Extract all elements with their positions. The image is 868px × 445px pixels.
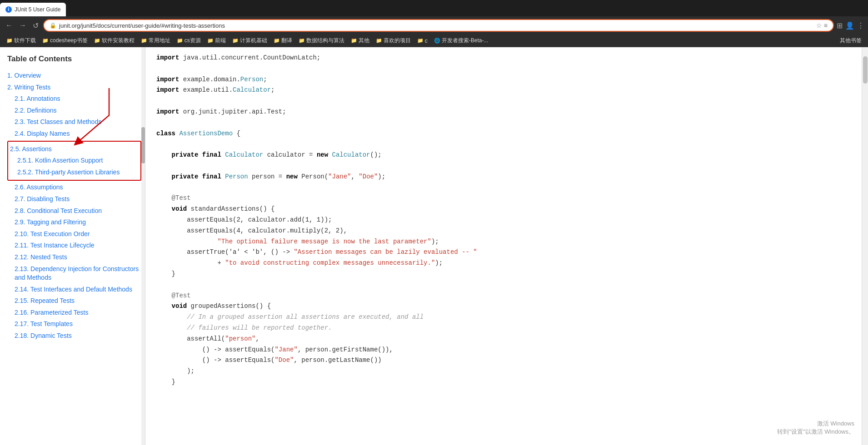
- code-line: import org.junit.jupiter.api.Test;: [156, 107, 851, 118]
- toc-item-test-classes[interactable]: 2.3. Test Classes and Methods: [7, 116, 145, 128]
- sidebar-toc: Table of Contents 1. Overview 2. Writing…: [0, 47, 145, 445]
- toolbar-right: ⊞ 👤 ⋮: [837, 21, 864, 30]
- bookmark-label: 数据结构与算法: [306, 37, 344, 44]
- folder-icon: 📁: [207, 38, 214, 44]
- address-bar-icons: ☆ ≡: [816, 22, 828, 29]
- code-line: [156, 96, 851, 107]
- code-line: private final Person person = new Person…: [156, 172, 851, 183]
- toc-item-dependency-injection[interactable]: 2.13. Dependency Injection for Construct…: [7, 263, 145, 284]
- toc-item-third-party[interactable]: 2.5.2. Third-party Assertion Libraries: [10, 167, 139, 178]
- browser-chrome: i JUnit 5 User Guide ← → ↺ 🔒 junit.org/j…: [0, 0, 868, 47]
- bookmark-label: 其他书签: [840, 37, 862, 44]
- code-line: );: [156, 366, 851, 377]
- bookmark-common[interactable]: 📁 常用地址: [138, 36, 173, 45]
- toc-item-dynamic[interactable]: 2.18. Dynamic Tests: [7, 330, 145, 342]
- tab-favicon: i: [5, 6, 12, 13]
- code-line: import java.util.concurrent.CountDownLat…: [156, 53, 851, 64]
- url-text: junit.org/junit5/docs/current/user-guide…: [59, 22, 225, 29]
- toc-title: Table of Contents: [7, 54, 145, 64]
- folder-icon: 📁: [94, 38, 100, 44]
- toc-item-interfaces[interactable]: 2.14. Test Interfaces and Default Method…: [7, 284, 145, 296]
- folder-icon: 📁: [299, 38, 305, 44]
- toc-item-parameterized[interactable]: 2.16. Parameterized Tests: [7, 307, 145, 319]
- main-content: import java.util.concurrent.CountDownLat…: [145, 47, 862, 445]
- bookmark-c[interactable]: 📁 c: [414, 37, 430, 45]
- code-line: assertTrue('a' < 'b', () -> "Assertion m…: [156, 247, 851, 258]
- folder-icon: 📁: [351, 38, 357, 44]
- code-line: () -> assertEquals("Doe", person.getLast…: [156, 355, 851, 366]
- menu-icon[interactable]: ≡: [824, 22, 828, 29]
- code-line: assertEquals(2, calculator.add(1, 1));: [156, 215, 851, 226]
- bookmark-software-download[interactable]: 📁 软件下载: [4, 36, 39, 45]
- sidebar-scrollbar[interactable]: [141, 47, 145, 445]
- toc-item-writing-tests[interactable]: 2. Writing Tests: [7, 82, 145, 94]
- right-scrollbar-thumb[interactable]: [863, 56, 868, 84]
- star-icon[interactable]: ☆: [816, 22, 822, 29]
- back-button[interactable]: ←: [4, 20, 15, 30]
- code-line: [156, 139, 851, 150]
- bookmark-translate[interactable]: 📁 翻译: [271, 36, 295, 45]
- bookmark-label: cs资源: [185, 37, 201, 44]
- toc-item-templates[interactable]: 2.17. Test Templates: [7, 318, 145, 330]
- more-icon[interactable]: ⋮: [857, 21, 864, 30]
- folder-icon: 📁: [42, 38, 49, 44]
- code-line: "The optional failure message is now the…: [156, 237, 851, 247]
- bookmark-label: 其他: [359, 37, 369, 44]
- bookmark-other[interactable]: 📁 其他: [348, 36, 372, 45]
- bookmark-frontend[interactable]: 📁 前端: [205, 36, 229, 45]
- profile-icon[interactable]: 👤: [845, 21, 854, 30]
- extensions-icon[interactable]: ⊞: [837, 21, 843, 30]
- address-bar[interactable]: 🔒 junit.org/junit5/docs/current/user-gui…: [43, 19, 834, 32]
- toc-item-repeated[interactable]: 2.15. Repeated Tests: [7, 295, 145, 307]
- code-line: // In a grouped assertion all assertions…: [156, 312, 851, 323]
- bookmarks-bar: 📁 软件下载 📁 codesheep书签 📁 软件安装教程 📁 常用地址 📁 c…: [0, 35, 868, 47]
- bookmark-install[interactable]: 📁 软件安装教程: [91, 36, 137, 45]
- forward-button[interactable]: →: [17, 20, 28, 30]
- toc-item-disabling[interactable]: 2.7. Disabling Tests: [7, 193, 145, 205]
- code-line: assertEquals(4, calculator.multiply(2, 2…: [156, 226, 851, 237]
- code-line: void groupedAssertions() {: [156, 301, 851, 312]
- toc-item-conditional[interactable]: 2.8. Conditional Test Execution: [7, 205, 145, 217]
- refresh-button[interactable]: ↺: [31, 20, 40, 31]
- bookmark-label: 软件安装教程: [102, 37, 135, 44]
- folder-icon: 📁: [6, 38, 13, 44]
- tab-bar: i JUnit 5 User Guide: [0, 0, 868, 16]
- toc-item-tagging[interactable]: 2.9. Tagging and Filtering: [7, 217, 145, 228]
- toc-item-execution-order[interactable]: 2.10. Test Execution Order: [7, 228, 145, 240]
- code-line: [156, 161, 851, 172]
- code-line: void standardAssertions() {: [156, 204, 851, 215]
- toc-item-overview[interactable]: 1. Overview: [7, 70, 145, 82]
- toc-item-nested[interactable]: 2.12. Nested Tests: [7, 252, 145, 263]
- lock-icon: 🔒: [50, 22, 56, 29]
- toc-item-assertions[interactable]: 2.5. Assertions: [10, 143, 139, 155]
- bookmark-label: 软件下载: [14, 37, 36, 44]
- toc-item-display-names[interactable]: 2.4. Display Names: [7, 128, 145, 140]
- bookmark-dev-search[interactable]: 🌐 开发者搜索-Beta-...: [431, 36, 491, 45]
- toc-item-assumptions[interactable]: 2.6. Assumptions: [7, 182, 145, 193]
- code-line: [156, 118, 851, 129]
- code-line: private final Calculator calculator = ne…: [156, 150, 851, 161]
- sidebar-scrollbar-thumb[interactable]: [141, 127, 145, 163]
- toc-item-annotations[interactable]: 2.1. Annotations: [7, 93, 145, 105]
- bookmark-label: 常用地址: [149, 37, 170, 44]
- code-line: import example.util.Calculator;: [156, 85, 851, 96]
- code-line: }: [156, 377, 851, 388]
- tab-label: JUnit 5 User Guide: [15, 6, 60, 13]
- code-line: }: [156, 269, 851, 280]
- address-bar-row: ← → ↺ 🔒 junit.org/junit5/docs/current/us…: [0, 16, 868, 35]
- code-line: [156, 64, 851, 74]
- bookmark-favorites[interactable]: 📁 喜欢的项目: [373, 36, 414, 45]
- bookmark-algorithms[interactable]: 📁 数据结构与算法: [296, 36, 347, 45]
- bookmark-cs[interactable]: 📁 cs资源: [174, 36, 204, 45]
- active-tab[interactable]: i JUnit 5 User Guide: [0, 3, 66, 16]
- code-line: [156, 280, 851, 291]
- toc-item-instance-lifecycle[interactable]: 2.11. Test Instance Lifecycle: [7, 240, 145, 252]
- code-block: import java.util.concurrent.CountDownLat…: [156, 47, 851, 393]
- code-line: @Test: [156, 193, 851, 204]
- toc-item-kotlin-assertion[interactable]: 2.5.1. Kotlin Assertion Support: [10, 155, 139, 167]
- bookmark-cs-basics[interactable]: 📁 计算机基础: [229, 36, 270, 45]
- toc-item-definitions[interactable]: 2.2. Definitions: [7, 105, 145, 117]
- bookmark-codesheep[interactable]: 📁 codesheep书签: [40, 36, 90, 45]
- bookmark-more[interactable]: 其他书签: [837, 36, 864, 45]
- right-scrollbar[interactable]: [862, 47, 868, 445]
